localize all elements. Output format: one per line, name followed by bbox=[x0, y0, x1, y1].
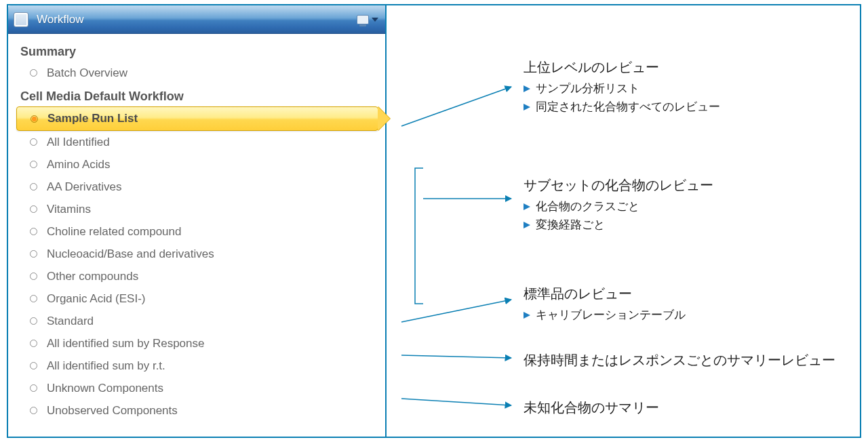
workflow-item-label: Unobserved Components bbox=[47, 404, 178, 418]
summary-section-header: Summary bbox=[20, 39, 378, 62]
annotation-title: 標準品のレビュー bbox=[524, 285, 686, 303]
triangle-bullet-icon bbox=[524, 312, 530, 319]
radio-icon bbox=[30, 205, 37, 213]
workflow-item-nucleoacid[interactable]: Nucleoacid/Base and derivatives bbox=[20, 243, 378, 265]
workflow-item-standard[interactable]: Standard bbox=[20, 310, 378, 332]
workflow-item-label: Choline related compound bbox=[47, 225, 181, 239]
panel-options-button[interactable] bbox=[357, 15, 378, 24]
annotation-subset-review: サブセットの化合物のレビュー 化合物のクラスごと 変換経路ごと bbox=[524, 176, 713, 235]
workflow-item-label: All identified sum by r.t. bbox=[47, 359, 165, 373]
triangle-bullet-icon bbox=[524, 203, 530, 210]
workflow-item-label: Other compounds bbox=[47, 270, 138, 283]
annotation-standard-review: 標準品のレビュー キャリブレーションテーブル bbox=[524, 285, 686, 325]
workflow-item-unknown-components[interactable]: Unknown Components bbox=[20, 377, 378, 399]
workflow-item-other-compounds[interactable]: Other compounds bbox=[20, 265, 378, 287]
workflow-item-label: Standard bbox=[47, 315, 94, 328]
radio-icon bbox=[30, 295, 37, 302]
workflow-item-all-identified[interactable]: All Identified bbox=[20, 131, 378, 153]
radio-icon bbox=[30, 407, 37, 414]
workflow-item-aa-derivatives[interactable]: AA Derivatives bbox=[20, 176, 378, 198]
annotation-panel: 上位レベルのレビュー サンプル分析リスト 同定された化合物すべてのレビュー サブ… bbox=[388, 5, 863, 438]
radio-icon bbox=[30, 228, 37, 235]
radio-icon bbox=[30, 384, 37, 392]
panel-title: Workflow bbox=[37, 13, 357, 26]
radio-icon bbox=[30, 183, 37, 190]
radio-icon bbox=[30, 340, 37, 347]
radio-icon bbox=[30, 69, 37, 77]
annotation-bullet: キャリブレーションテーブル bbox=[524, 307, 686, 323]
workflow-item-label: Organic Acid (ESI-) bbox=[47, 292, 146, 306]
annotation-top-level-review: 上位レベルのレビュー サンプル分析リスト 同定された化合物すべてのレビュー bbox=[524, 58, 720, 117]
annotation-bullet: 同定された化合物すべてのレビュー bbox=[524, 99, 720, 115]
workflow-item-batch-overview[interactable]: Batch Overview bbox=[20, 62, 378, 84]
workflow-item-label: All Identified bbox=[47, 136, 110, 149]
radio-icon bbox=[30, 362, 37, 369]
radio-icon bbox=[30, 250, 37, 258]
annotation-unknown-summary: 未知化合物のサマリー bbox=[524, 399, 659, 421]
annotation-title: 未知化合物のサマリー bbox=[524, 399, 659, 417]
radio-icon bbox=[30, 138, 37, 146]
workflow-item-label: All identified sum by Response bbox=[47, 337, 204, 350]
workflow-section-header: Cell Media Default Workflow bbox=[20, 84, 378, 106]
radio-icon bbox=[30, 161, 37, 168]
radio-icon bbox=[30, 317, 37, 325]
radio-icon bbox=[31, 115, 38, 123]
monitor-icon bbox=[357, 15, 369, 24]
workflow-item-label: Batch Overview bbox=[47, 66, 127, 80]
workflow-item-organic-acid[interactable]: Organic Acid (ESI-) bbox=[20, 287, 378, 310]
annotation-bullet: 変換経路ごと bbox=[524, 217, 713, 233]
workflow-item-vitamins[interactable]: Vitamins bbox=[20, 198, 378, 220]
workflow-item-label: AA Derivatives bbox=[47, 180, 122, 194]
workflow-item-label: Unknown Components bbox=[47, 382, 163, 395]
workflow-item-amino-acids[interactable]: Amino Acids bbox=[20, 153, 378, 176]
workflow-item-label: Vitamins bbox=[47, 203, 91, 216]
annotation-title: サブセットの化合物のレビュー bbox=[524, 176, 713, 195]
chevron-down-icon bbox=[372, 18, 378, 22]
panel-titlebar: Workflow bbox=[8, 5, 385, 34]
workflow-item-label: Sample Run List bbox=[47, 112, 138, 125]
annotation-title: 保持時間またはレスポンスごとのサマリーレビュー bbox=[524, 351, 835, 369]
workflow-item-choline[interactable]: Choline related compound bbox=[20, 220, 378, 243]
workflow-item-sample-run-list[interactable]: Sample Run List bbox=[16, 106, 378, 131]
annotation-bullet: 化合物のクラスごと bbox=[524, 199, 713, 214]
annotation-title: 上位レベルのレビュー bbox=[524, 58, 720, 77]
triangle-bullet-icon bbox=[524, 104, 530, 110]
triangle-bullet-icon bbox=[524, 222, 530, 228]
workflow-item-label: Nucleoacid/Base and derivatives bbox=[47, 247, 214, 261]
radio-icon bbox=[30, 273, 37, 280]
app-icon bbox=[14, 12, 28, 27]
workflow-panel: Workflow Summary Batch Overview Cell Med… bbox=[8, 5, 387, 437]
workflow-item-unobserved-components[interactable]: Unobserved Components bbox=[20, 399, 378, 422]
annotation-bullet: サンプル分析リスト bbox=[524, 81, 720, 96]
workflow-item-label: Amino Acids bbox=[47, 158, 111, 172]
triangle-bullet-icon bbox=[524, 85, 530, 92]
workflow-item-sum-by-rt[interactable]: All identified sum by r.t. bbox=[20, 355, 378, 377]
workflow-item-sum-by-response[interactable]: All identified sum by Response bbox=[20, 332, 378, 355]
annotation-summary-review: 保持時間またはレスポンスごとのサマリーレビュー bbox=[524, 351, 835, 374]
